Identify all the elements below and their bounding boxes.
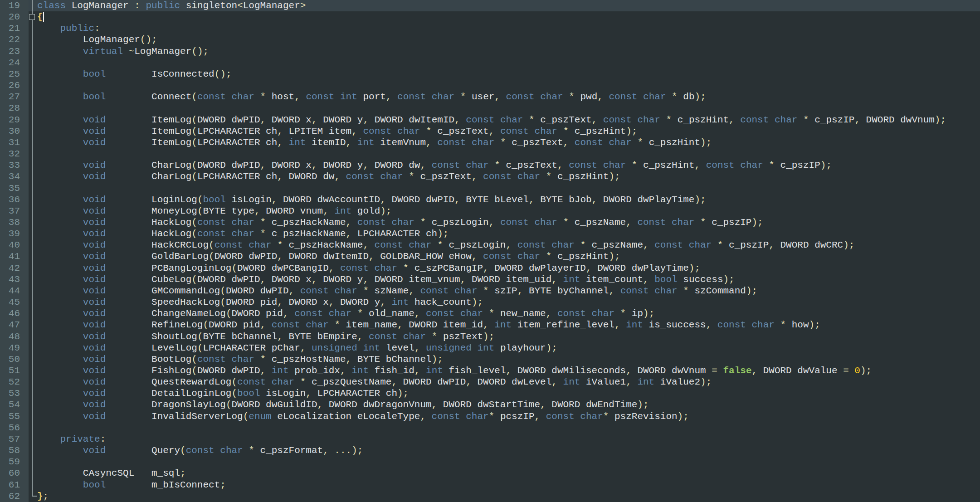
- line-number[interactable]: 56: [0, 422, 29, 434]
- line-number[interactable]: 48: [0, 331, 29, 342]
- code-row[interactable]: 38 void HackLog(const char * c_pszHackNa…: [0, 217, 980, 228]
- code-row[interactable]: 31 void ItemLog(LPCHARACTER ch, int item…: [0, 137, 980, 148]
- code-row[interactable]: 49 void LevelLog(LPCHARACTER pChar, unsi…: [0, 342, 980, 354]
- line-number[interactable]: 24: [0, 57, 29, 68]
- line-number[interactable]: 22: [0, 34, 29, 45]
- code-rows: 19class LogManager : public singleton<Lo…: [0, 0, 980, 502]
- code-row[interactable]: 27 bool Connect(const char * host, const…: [0, 91, 980, 102]
- code-line: void BootLog(const char * c_pszHostName,…: [29, 354, 980, 365]
- code-row[interactable]: 33 void CharLog(DWORD dwPID, DWORD x, DW…: [0, 160, 980, 171]
- code-row[interactable]: 58 void Query(const char * c_pszFormat, …: [0, 445, 980, 456]
- code-row[interactable]: 44 void GMCommandLog(DWORD dwPID, const …: [0, 285, 980, 297]
- code-row[interactable]: 34 void CharLog(LPCHARACTER ch, DWORD dw…: [0, 171, 980, 182]
- line-number[interactable]: 62: [0, 491, 29, 502]
- code-row[interactable]: 29 void ItemLog(DWORD dwPID, DWORD x, DW…: [0, 114, 980, 126]
- line-number[interactable]: 35: [0, 183, 29, 194]
- code-line: [29, 183, 980, 194]
- line-number[interactable]: 32: [0, 148, 29, 160]
- line-number[interactable]: 36: [0, 194, 29, 205]
- code-row[interactable]: 36 void LoginLog(bool isLogin, DWORD dwA…: [0, 194, 980, 205]
- code-row[interactable]: 42 void PCBangLoginLog(DWORD dwPCBangID,…: [0, 263, 980, 274]
- line-number[interactable]: 55: [0, 411, 29, 422]
- code-row[interactable]: 39 void HackLog(const char * c_pszHackNa…: [0, 228, 980, 239]
- code-line: [29, 102, 980, 114]
- line-number[interactable]: 52: [0, 376, 29, 388]
- code-row[interactable]: 52 void QuestRewardLog(const char * c_ps…: [0, 376, 980, 388]
- code-row[interactable]: 51 void FishLog(DWORD dwPID, int prob_id…: [0, 365, 980, 376]
- code-row[interactable]: 28: [0, 102, 980, 114]
- code-row[interactable]: 62};: [0, 491, 980, 502]
- code-row[interactable]: 21 public:: [0, 23, 980, 34]
- line-number[interactable]: 23: [0, 46, 29, 57]
- code-row[interactable]: 59: [0, 456, 980, 468]
- line-number[interactable]: 58: [0, 445, 29, 456]
- code-row[interactable]: 25 bool IsConnected();: [0, 68, 980, 80]
- code-row[interactable]: 56: [0, 422, 980, 434]
- code-row[interactable]: 48 void ShoutLog(BYTE bChannel, BYTE bEm…: [0, 331, 980, 342]
- code-row[interactable]: 22 LogManager();: [0, 34, 980, 45]
- code-row[interactable]: 23 virtual ~LogManager();: [0, 46, 980, 57]
- code-row[interactable]: 19class LogManager : public singleton<Lo…: [0, 0, 980, 11]
- line-number[interactable]: 26: [0, 80, 29, 91]
- line-number[interactable]: 60: [0, 468, 29, 479]
- code-row[interactable]: 55 void InvalidServerLog(enum eLocalizat…: [0, 411, 980, 422]
- code-row[interactable]: 57 private:: [0, 434, 980, 445]
- line-number[interactable]: 59: [0, 456, 29, 468]
- line-number[interactable]: 43: [0, 274, 29, 285]
- code-line: CAsyncSQL m_sql;: [29, 468, 980, 479]
- code-row[interactable]: 60 CAsyncSQL m_sql;: [0, 468, 980, 479]
- code-row[interactable]: 46 void ChangeNameLog(DWORD pid, const c…: [0, 308, 980, 319]
- line-number[interactable]: 44: [0, 285, 29, 297]
- code-line: };: [29, 491, 980, 502]
- code-row[interactable]: 45 void SpeedHackLog(DWORD pid, DWORD x,…: [0, 297, 980, 308]
- line-number[interactable]: 37: [0, 205, 29, 217]
- code-row[interactable]: 53 void DetailLoginLog(bool isLogin, LPC…: [0, 388, 980, 399]
- line-number[interactable]: 38: [0, 217, 29, 228]
- code-row[interactable]: 41 void GoldBarLog(DWORD dwPID, DWORD dw…: [0, 251, 980, 262]
- fold-collapse-icon[interactable]: [29, 14, 35, 20]
- line-number[interactable]: 45: [0, 297, 29, 308]
- line-number[interactable]: 34: [0, 171, 29, 182]
- code-row[interactable]: 47 void RefineLog(DWORD pid, const char …: [0, 319, 980, 331]
- code-row[interactable]: 61 bool m_bIsConnect;: [0, 479, 980, 491]
- line-number[interactable]: 33: [0, 160, 29, 171]
- code-row[interactable]: 37 void MoneyLog(BYTE type, DWORD vnum, …: [0, 205, 980, 217]
- line-number[interactable]: 57: [0, 434, 29, 445]
- line-number[interactable]: 19: [0, 0, 29, 11]
- line-number[interactable]: 51: [0, 365, 29, 376]
- line-number[interactable]: 21: [0, 23, 29, 34]
- code-row[interactable]: 30 void ItemLog(LPCHARACTER ch, LPITEM i…: [0, 126, 980, 137]
- line-number[interactable]: 25: [0, 68, 29, 80]
- code-line: void InvalidServerLog(enum eLocalization…: [29, 411, 980, 422]
- code-row[interactable]: 35: [0, 183, 980, 194]
- code-editor[interactable]: 19class LogManager : public singleton<Lo…: [0, 0, 980, 502]
- code-row[interactable]: 32: [0, 148, 980, 160]
- code-row[interactable]: 20{: [0, 11, 980, 23]
- code-row[interactable]: 40 void HackCRCLog(const char * c_pszHac…: [0, 239, 980, 251]
- code-row[interactable]: 26: [0, 80, 980, 91]
- line-number[interactable]: 39: [0, 228, 29, 239]
- line-number[interactable]: 31: [0, 137, 29, 148]
- line-number[interactable]: 28: [0, 102, 29, 114]
- line-number[interactable]: 54: [0, 399, 29, 410]
- code-row[interactable]: 54 void DragonSlayLog(DWORD dwGuildID, D…: [0, 399, 980, 410]
- line-number[interactable]: 53: [0, 388, 29, 399]
- line-number[interactable]: 41: [0, 251, 29, 262]
- line-number[interactable]: 29: [0, 114, 29, 126]
- line-number[interactable]: 27: [0, 91, 29, 102]
- line-number[interactable]: 20: [0, 11, 29, 23]
- line-number[interactable]: 61: [0, 479, 29, 491]
- code-row[interactable]: 43 void CubeLog(DWORD dwPID, DWORD x, DW…: [0, 274, 980, 285]
- code-line: void ItemLog(DWORD dwPID, DWORD x, DWORD…: [29, 114, 980, 126]
- line-number[interactable]: 47: [0, 319, 29, 331]
- line-number[interactable]: 49: [0, 342, 29, 354]
- line-number[interactable]: 50: [0, 354, 29, 365]
- code-row[interactable]: 50 void BootLog(const char * c_pszHostNa…: [0, 354, 980, 365]
- code-line: void GoldBarLog(DWORD dwPID, DWORD dwIte…: [29, 251, 980, 262]
- line-number[interactable]: 46: [0, 308, 29, 319]
- line-number[interactable]: 40: [0, 239, 29, 251]
- line-number[interactable]: 30: [0, 126, 29, 137]
- line-number[interactable]: 42: [0, 263, 29, 274]
- code-line: void ItemLog(LPCHARACTER ch, int itemID,…: [29, 137, 980, 148]
- code-row[interactable]: 24: [0, 57, 980, 68]
